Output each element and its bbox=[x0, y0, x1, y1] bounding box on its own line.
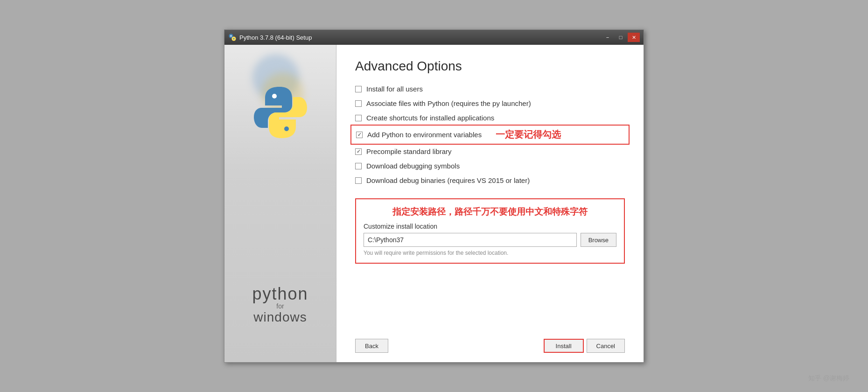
install-path-input[interactable] bbox=[364, 233, 577, 247]
for-word: for bbox=[252, 302, 308, 310]
installer-window: Python 3.7.8 (64-bit) Setup − □ ✕ bbox=[224, 29, 644, 363]
checkbox-install-all-users[interactable] bbox=[355, 86, 362, 92]
svg-point-3 bbox=[233, 38, 235, 40]
install-location-row: Browse bbox=[364, 233, 616, 247]
checkbox-debug-binaries[interactable] bbox=[355, 177, 362, 184]
option-create-shortcuts: Create shortcuts for installed applicati… bbox=[355, 114, 625, 122]
install-location-section: 指定安装路径，路径千万不要使用中文和特殊字符 Customize install… bbox=[355, 198, 625, 264]
watermark: 知乎 @谢梅婷 bbox=[808, 374, 849, 383]
option-add-to-env: Add Python to environment variables 一定要记… bbox=[350, 125, 630, 145]
screenshot-wrapper: Python 3.7.8 (64-bit) Setup − □ ✕ bbox=[0, 0, 868, 392]
checkbox-associate-files[interactable] bbox=[355, 100, 362, 107]
page-title: Advanced Options bbox=[355, 59, 625, 74]
right-panel: Advanced Options Install for all users A… bbox=[336, 45, 644, 362]
python-brand-text: python for windows bbox=[252, 286, 308, 325]
options-list: Install for all users Associate files wi… bbox=[355, 85, 625, 184]
left-panel: python for windows bbox=[224, 45, 336, 362]
right-action-buttons: Install Cancel bbox=[544, 339, 625, 353]
option-associate-files: Associate files with Python (requires th… bbox=[355, 99, 625, 107]
svg-point-4 bbox=[272, 94, 277, 98]
python-icon bbox=[228, 33, 237, 42]
option-install-all-users: Install for all users bbox=[355, 85, 625, 93]
close-button[interactable]: ✕ bbox=[628, 33, 640, 42]
checkbox-precompile[interactable] bbox=[355, 148, 362, 155]
annotation-env: 一定要记得勾选 bbox=[496, 128, 561, 141]
option-label-install-all-users: Install for all users bbox=[366, 85, 423, 93]
option-label-create-shortcuts: Create shortcuts for installed applicati… bbox=[366, 114, 494, 122]
install-button[interactable]: Install bbox=[544, 339, 584, 353]
checkbox-debug-symbols[interactable] bbox=[355, 163, 362, 169]
option-label-debug-symbols: Download debugging symbols bbox=[366, 162, 460, 170]
svg-point-2 bbox=[231, 35, 232, 37]
option-precompile: Precompile standard library bbox=[355, 147, 625, 155]
checkbox-create-shortcuts[interactable] bbox=[355, 115, 362, 121]
python-logo bbox=[250, 82, 311, 145]
maximize-button[interactable]: □ bbox=[615, 33, 627, 42]
browse-button[interactable]: Browse bbox=[581, 233, 616, 247]
cancel-button[interactable]: Cancel bbox=[587, 339, 625, 353]
title-bar: Python 3.7.8 (64-bit) Setup − □ ✕ bbox=[224, 30, 644, 45]
window-controls: − □ ✕ bbox=[602, 33, 640, 42]
window-content: python for windows Advanced Options Inst… bbox=[224, 45, 644, 362]
option-debug-binaries: Download debug binaries (requires VS 201… bbox=[355, 176, 625, 184]
option-label-add-to-env: Add Python to environment variables bbox=[367, 131, 482, 139]
install-hint: You will require write permissions for t… bbox=[364, 250, 616, 256]
python-word: python bbox=[252, 286, 308, 302]
option-label-precompile: Precompile standard library bbox=[366, 147, 452, 155]
minimize-button[interactable]: − bbox=[602, 33, 614, 42]
install-location-annotation: 指定安装路径，路径千万不要使用中文和特殊字符 bbox=[364, 206, 616, 218]
option-debug-symbols: Download debugging symbols bbox=[355, 162, 625, 170]
windows-word: windows bbox=[252, 310, 308, 325]
checkbox-add-to-env[interactable] bbox=[356, 132, 363, 138]
option-label-debug-binaries: Download debug binaries (requires VS 201… bbox=[366, 176, 530, 184]
back-button[interactable]: Back bbox=[355, 339, 388, 353]
svg-point-5 bbox=[284, 126, 289, 131]
bottom-buttons: Back Install Cancel bbox=[355, 331, 625, 353]
window-title: Python 3.7.8 (64-bit) Setup bbox=[239, 34, 602, 41]
install-location-label: Customize install location bbox=[364, 223, 616, 230]
option-label-associate-files: Associate files with Python (requires th… bbox=[366, 99, 531, 107]
